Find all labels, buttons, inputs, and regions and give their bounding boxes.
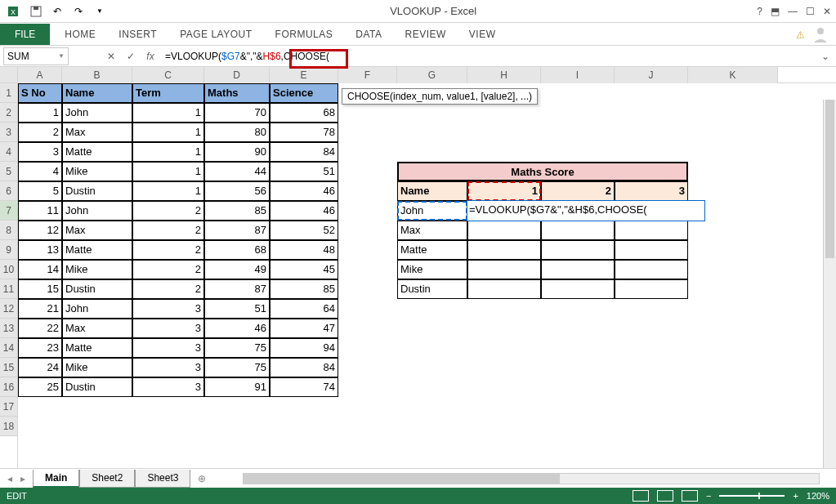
cell-E10[interactable]: 45 xyxy=(270,260,338,279)
cell-J11[interactable] xyxy=(615,279,688,299)
cell-E13[interactable]: 47 xyxy=(270,319,338,338)
cell-A10[interactable]: 14 xyxy=(18,260,62,279)
chevron-down-icon[interactable]: ▼ xyxy=(58,52,65,60)
cell-E16[interactable]: 74 xyxy=(270,377,338,397)
cell-C2[interactable]: 1 xyxy=(132,103,204,123)
user-icon[interactable] xyxy=(811,25,829,45)
cell-B10[interactable]: Mike xyxy=(62,260,132,279)
cell-A11[interactable]: 15 xyxy=(18,279,62,299)
select-all-corner[interactable] xyxy=(0,67,18,83)
cell-C6[interactable]: 1 xyxy=(132,181,204,201)
cell-C3[interactable]: 1 xyxy=(132,123,204,142)
cell-J9[interactable] xyxy=(615,240,688,260)
cell-B7[interactable]: John xyxy=(62,201,132,221)
row-header-4[interactable]: 4 xyxy=(0,142,17,162)
cell-D7[interactable]: 85 xyxy=(204,201,270,221)
cell-D4[interactable]: 90 xyxy=(204,142,270,162)
row-header-15[interactable]: 15 xyxy=(0,358,17,377)
row-header-9[interactable]: 9 xyxy=(0,240,17,260)
cell-A2[interactable]: 1 xyxy=(18,103,62,123)
cell-C8[interactable]: 2 xyxy=(132,221,204,240)
cell-I8[interactable] xyxy=(541,221,615,240)
cell-B4[interactable]: Matte xyxy=(62,142,132,162)
cell-C16[interactable]: 3 xyxy=(132,377,204,397)
cell-C14[interactable]: 3 xyxy=(132,338,204,358)
row-header-18[interactable]: 18 xyxy=(0,417,17,436)
zoom-level[interactable]: 120% xyxy=(807,491,829,501)
cell-D13[interactable]: 46 xyxy=(204,319,270,338)
cell-C1[interactable]: Term xyxy=(132,83,204,103)
cell-B13[interactable]: Max xyxy=(62,319,132,338)
cell-B15[interactable]: Mike xyxy=(62,358,132,377)
cell-D9[interactable]: 68 xyxy=(204,240,270,260)
cell-I9[interactable] xyxy=(541,240,615,260)
col-header-B[interactable]: B xyxy=(62,67,132,83)
cell-C10[interactable]: 2 xyxy=(132,260,204,279)
cell-H10[interactable] xyxy=(467,260,541,279)
zoom-slider[interactable] xyxy=(719,495,785,497)
qat-dropdown-icon[interactable]: ▼ xyxy=(90,2,110,20)
cell-I10[interactable] xyxy=(541,260,615,279)
cell-D15[interactable]: 75 xyxy=(204,358,270,377)
redo-icon[interactable]: ↷ xyxy=(69,2,88,20)
fx-icon[interactable]: fx xyxy=(141,51,160,62)
cell-E2[interactable]: 68 xyxy=(270,103,338,123)
save-icon[interactable] xyxy=(26,2,46,20)
maximize-icon[interactable]: ☐ xyxy=(806,6,815,17)
cell-D5[interactable]: 44 xyxy=(204,162,270,181)
cell-H9[interactable] xyxy=(467,240,541,260)
cell-C7[interactable]: 2 xyxy=(132,201,204,221)
cell-G6[interactable]: Name xyxy=(397,181,467,201)
expand-formula-icon[interactable]: ⌄ xyxy=(818,51,833,62)
col-header-A[interactable]: A xyxy=(18,67,62,83)
page-layout-view-icon[interactable] xyxy=(657,490,673,502)
cell-B14[interactable]: Matte xyxy=(62,338,132,358)
zoom-out-icon[interactable]: − xyxy=(706,491,711,501)
row-header-10[interactable]: 10 xyxy=(0,260,17,279)
cell-A15[interactable]: 24 xyxy=(18,358,62,377)
vscroll-thumb[interactable] xyxy=(825,100,834,258)
row-header-2[interactable]: 2 xyxy=(0,103,17,123)
cell-D16[interactable]: 91 xyxy=(204,377,270,397)
row-header-17[interactable]: 17 xyxy=(0,397,17,417)
row-header-13[interactable]: 13 xyxy=(0,319,17,338)
cell-B1[interactable]: Name xyxy=(62,83,132,103)
row-header-1[interactable]: 1 xyxy=(0,83,17,103)
cell-C5[interactable]: 1 xyxy=(132,162,204,181)
cell-D8[interactable]: 87 xyxy=(204,221,270,240)
name-box[interactable]: SUM ▼ xyxy=(3,47,69,65)
cell-C4[interactable]: 1 xyxy=(132,142,204,162)
row-header-14[interactable]: 14 xyxy=(0,338,17,358)
cell-A13[interactable]: 22 xyxy=(18,319,62,338)
cell-A14[interactable]: 23 xyxy=(18,338,62,358)
sheet-tab-main[interactable]: Main xyxy=(33,470,79,488)
ribbon-tab-view[interactable]: VIEW xyxy=(458,24,507,45)
cell-H8[interactable] xyxy=(467,221,541,240)
close-icon[interactable]: ✕ xyxy=(823,6,831,17)
cell-G8[interactable]: Max xyxy=(397,221,467,240)
cell-C15[interactable]: 3 xyxy=(132,358,204,377)
enter-formula-icon[interactable]: ✓ xyxy=(121,51,141,62)
col-header-K[interactable]: K xyxy=(688,67,778,83)
cell-B6[interactable]: Dustin xyxy=(62,181,132,201)
col-header-D[interactable]: D xyxy=(204,67,270,83)
normal-view-icon[interactable] xyxy=(633,490,649,502)
cancel-formula-icon[interactable]: ✕ xyxy=(101,51,121,62)
row-header-7[interactable]: 7 xyxy=(0,201,17,221)
cell-A5[interactable]: 4 xyxy=(18,162,62,181)
cell-D3[interactable]: 80 xyxy=(204,123,270,142)
row-header-6[interactable]: 6 xyxy=(0,181,17,201)
cell-E12[interactable]: 64 xyxy=(270,299,338,319)
cell-D12[interactable]: 51 xyxy=(204,299,270,319)
cell-I6[interactable]: 2 xyxy=(541,181,615,201)
ribbon-display-icon[interactable]: ⬒ xyxy=(771,6,780,17)
cell-A8[interactable]: 12 xyxy=(18,221,62,240)
cell-D10[interactable]: 49 xyxy=(204,260,270,279)
editing-cell-H7[interactable]: =VLOOKUP($G7&","&H$6,CHOOSE( xyxy=(467,201,704,221)
warning-icon[interactable]: ⚠ xyxy=(796,29,805,41)
ribbon-tab-home[interactable]: HOME xyxy=(53,24,107,45)
page-break-view-icon[interactable] xyxy=(682,490,698,502)
cell-E1[interactable]: Science xyxy=(270,83,338,103)
ribbon-tab-review[interactable]: REVIEW xyxy=(393,24,457,45)
cell-B2[interactable]: John xyxy=(62,103,132,123)
